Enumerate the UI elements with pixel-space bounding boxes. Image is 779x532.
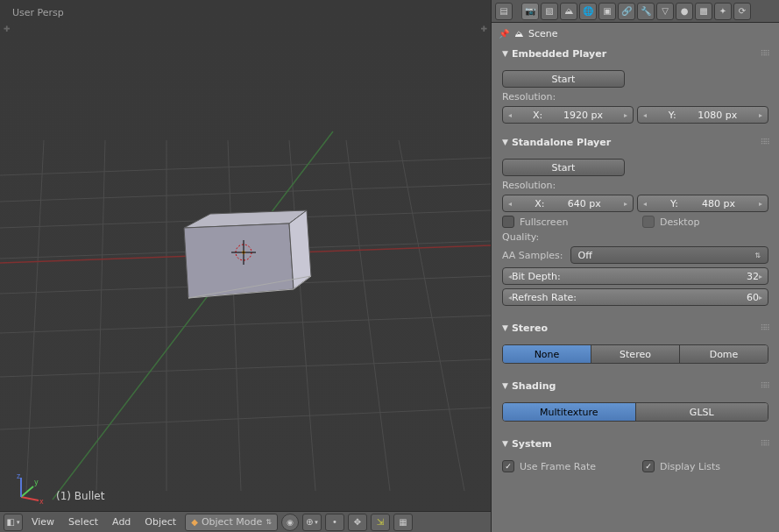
- bit-depth-field[interactable]: ◂ Bit Depth: 32 ▸: [502, 267, 768, 285]
- svg-line-25: [21, 497, 39, 500]
- field-label: X:: [533, 110, 542, 121]
- region-split-handle-tr[interactable]: ✚: [480, 25, 487, 33]
- data-tab[interactable]: ▽: [656, 3, 674, 20]
- scene-icon: ⛰: [514, 29, 523, 39]
- world-tab[interactable]: 🌐: [579, 3, 597, 20]
- breadcrumb-scene[interactable]: Scene: [528, 28, 558, 39]
- layers-button[interactable]: ▦: [393, 514, 413, 531]
- svg-text:x: x: [39, 498, 44, 506]
- use-frame-rate-checkbox[interactable]: [502, 460, 514, 472]
- panel-header-embedded-player[interactable]: ▼ Embedded Player ⠿⠿: [502, 44, 768, 63]
- manipulator-translate[interactable]: ⇲: [371, 514, 390, 531]
- shading-glsl-button[interactable]: GLSL: [636, 403, 768, 421]
- grip-icon[interactable]: ⠿⠿: [761, 49, 768, 58]
- region-split-handle[interactable]: ✚: [4, 25, 11, 33]
- panel-title: Standalone Player: [512, 137, 761, 148]
- 3d-viewport[interactable]: x y z User Persp ✚ ✚ (1) Bullet ◧▾ View …: [0, 0, 491, 532]
- add-menu[interactable]: Add: [107, 516, 136, 528]
- constraints-tab[interactable]: 🔗: [618, 3, 635, 20]
- panel-header-stereo[interactable]: ▼ Stereo ⠿⠿: [502, 318, 768, 337]
- view-menu[interactable]: View: [26, 516, 60, 528]
- svg-line-0: [0, 158, 491, 175]
- chevron-updown-icon: ⇅: [266, 518, 272, 526]
- editor-type-selector[interactable]: ◧▾: [4, 514, 23, 531]
- chevron-left-icon[interactable]: ◂: [643, 200, 647, 208]
- field-value: 1080 px: [698, 110, 737, 121]
- grip-icon[interactable]: ⠿⠿: [761, 439, 768, 448]
- scene-object-cube[interactable]: [184, 210, 311, 298]
- shading-mode-button[interactable]: ◉: [281, 514, 299, 531]
- physics-tab[interactable]: ⟳: [733, 3, 751, 20]
- chevron-left-icon[interactable]: ◂: [508, 111, 512, 119]
- chevron-left-icon[interactable]: ◂: [508, 200, 512, 208]
- svg-line-13: [346, 140, 390, 491]
- field-value: 32: [747, 271, 759, 282]
- material-tab[interactable]: ●: [676, 3, 693, 20]
- axis-gizmo-icon: x y z: [12, 471, 47, 506]
- dot-icon: •: [332, 517, 337, 527]
- stereo-none-button[interactable]: None: [503, 345, 591, 363]
- object-tab[interactable]: ▣: [598, 3, 616, 20]
- chevron-right-icon[interactable]: ▸: [759, 294, 762, 301]
- display-lists-checkbox[interactable]: [642, 460, 655, 472]
- embedded-resolution-label: Resolution:: [502, 91, 768, 103]
- stereo-dome-button[interactable]: Dome: [680, 345, 768, 363]
- aa-samples-label: AA Samples:: [502, 250, 563, 261]
- standalone-res-x-field[interactable]: ◂ X: 640 px ▸: [502, 195, 634, 212]
- grip-icon[interactable]: ⠿⠿: [761, 138, 768, 146]
- chevron-down-icon: ▾: [17, 519, 20, 526]
- stereo-stereo-button[interactable]: Stereo: [591, 345, 680, 363]
- grip-icon[interactable]: ⠿⠿: [761, 381, 768, 390]
- editor-type-selector[interactable]: ▤: [495, 3, 513, 20]
- chevron-right-icon[interactable]: ▸: [759, 111, 762, 119]
- chevron-right-icon[interactable]: ▸: [759, 200, 762, 208]
- svg-line-12: [289, 140, 315, 491]
- chevron-right-icon[interactable]: ▸: [624, 111, 627, 119]
- modifiers-tab[interactable]: 🔧: [637, 3, 655, 20]
- particles-icon: ✦: [719, 6, 726, 16]
- embedded-res-x-field[interactable]: ◂ X: 1920 px ▸: [502, 106, 634, 124]
- shading-multitexture-button[interactable]: Multitexture: [503, 403, 636, 421]
- mode-selector[interactable]: ◆ Object Mode ⇅: [185, 514, 278, 531]
- chevron-right-icon[interactable]: ▸: [759, 273, 762, 280]
- panel-title: Embedded Player: [512, 48, 761, 60]
- svg-line-9: [96, 140, 105, 491]
- fullscreen-checkbox[interactable]: [502, 216, 514, 228]
- viewport-header: ◧▾ View Select Add Object ◆ Object Mode …: [0, 511, 491, 532]
- chain-icon: 🔗: [621, 6, 632, 16]
- chevron-right-icon[interactable]: ▸: [624, 200, 627, 208]
- select-menu[interactable]: Select: [63, 516, 103, 528]
- standalone-player-panel: ▼ Standalone Player ⠿⠿ Start Resolution:…: [502, 132, 768, 313]
- embedded-res-y-field[interactable]: ◂ Y: 1080 px ▸: [637, 106, 768, 124]
- manipulator-toggle[interactable]: ✥: [348, 514, 367, 531]
- axes-icon: ✥: [354, 517, 361, 527]
- scene-tab[interactable]: ⛰: [560, 3, 577, 20]
- panel-header-standalone-player[interactable]: ▼ Standalone Player ⠿⠿: [502, 132, 768, 152]
- object-menu[interactable]: Object: [139, 516, 181, 528]
- svg-text:y: y: [34, 479, 39, 486]
- standalone-start-button[interactable]: Start: [502, 159, 625, 176]
- pin-icon[interactable]: 📌: [499, 29, 509, 39]
- particles-tab[interactable]: ✦: [714, 3, 732, 20]
- render-layers-tab[interactable]: ▧: [541, 3, 558, 20]
- pivot-selector[interactable]: ⊕▾: [302, 514, 322, 531]
- system-panel: ▼ System ⠿⠿ Use Frame Rate Display Lists: [502, 434, 768, 479]
- standalone-res-y-field[interactable]: ◂ Y: 480 px ▸: [637, 195, 768, 212]
- panel-header-system[interactable]: ▼ System ⠿⠿: [502, 434, 768, 453]
- chevron-left-icon[interactable]: ◂: [643, 111, 647, 119]
- embedded-start-button[interactable]: Start: [502, 70, 625, 88]
- pivot-lock-button[interactable]: •: [325, 514, 344, 531]
- aa-samples-select[interactable]: Off ⇅: [570, 246, 768, 264]
- texture-tab[interactable]: ▩: [695, 3, 712, 20]
- refresh-rate-field[interactable]: ◂ Refresh Rate: 60 ▸: [502, 288, 768, 306]
- disclosure-down-icon: ▼: [502, 49, 508, 58]
- render-tab[interactable]: 📷: [521, 3, 539, 20]
- grip-icon[interactable]: ⠿⠿: [761, 323, 768, 332]
- chevron-updown-icon: ⇅: [754, 252, 761, 259]
- active-object-info: (1) Bullet: [56, 490, 104, 502]
- panel-header-shading[interactable]: ▼ Shading ⠿⠿: [502, 376, 768, 395]
- chevron-down-icon: ▾: [315, 519, 318, 526]
- field-value: 480 px: [702, 198, 735, 209]
- svg-line-8: [26, 140, 44, 491]
- globe-icon: 🌐: [583, 6, 593, 16]
